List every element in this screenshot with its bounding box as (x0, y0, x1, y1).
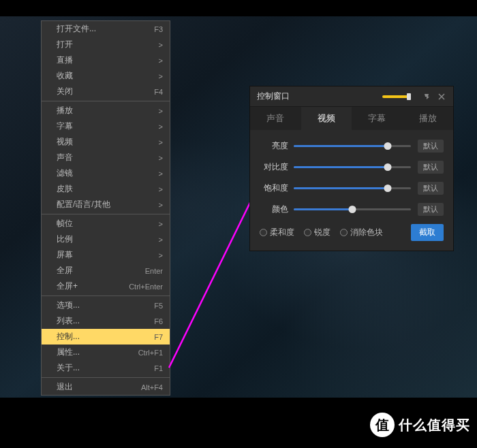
slider-track[interactable] (294, 187, 411, 189)
slider-row: 对比度默认 (260, 161, 444, 174)
menu-item[interactable]: 字幕> (42, 118, 170, 134)
control-window-titlebar[interactable]: 控制窗口 (250, 86, 453, 107)
submenu-indicator-icon: > (159, 201, 163, 209)
slider-row: 亮度默认 (260, 140, 444, 153)
control-body: 亮度默认对比度默认饱和度默认颜色默认 柔和度锐度消除色块截取 (250, 130, 453, 251)
menu-item-label: 退出 (57, 381, 141, 393)
reset-button[interactable]: 默认 (418, 140, 444, 153)
menu-item-shortcut: F4 (154, 88, 163, 96)
menu-item-label: 视频 (57, 136, 159, 148)
slider-thumb[interactable] (384, 163, 391, 171)
slider-row: 饱和度默认 (260, 182, 444, 195)
menu-item-label: 播放 (57, 105, 159, 116)
menu-item[interactable]: 配置/语言/其他> (42, 197, 170, 212)
submenu-indicator-icon: > (159, 220, 163, 228)
menu-item-label: 皮肤 (57, 183, 159, 195)
slider-thumb[interactable] (384, 142, 391, 150)
menu-item-shortcut: F6 (154, 317, 163, 325)
pin-icon[interactable] (422, 92, 431, 101)
menu-item[interactable]: 关于...F1 (42, 360, 170, 376)
watermark: 值 什么值得买 (370, 413, 470, 437)
menu-item[interactable]: 全屏+Ctrl+Enter (42, 278, 170, 294)
menu-item[interactable]: 比例> (42, 231, 170, 247)
control-window-title: 控制窗口 (257, 91, 382, 102)
submenu-indicator-icon: > (159, 154, 163, 162)
reset-button[interactable]: 默认 (418, 161, 444, 174)
submenu-indicator-icon: > (159, 57, 163, 65)
menu-item[interactable]: 选项...F5 (42, 298, 170, 313)
tab-声音[interactable]: 声音 (250, 107, 301, 130)
menu-item-label: 打开文件... (57, 23, 154, 35)
close-icon[interactable] (437, 92, 446, 101)
menu-item-label: 关闭 (57, 86, 154, 97)
menu-item[interactable]: 播放> (42, 103, 170, 118)
slider-track[interactable] (294, 208, 411, 210)
menu-item[interactable]: 声音> (42, 150, 170, 165)
radio-item[interactable]: 消除色块 (340, 227, 383, 238)
menu-item[interactable]: 全屏Enter (42, 263, 170, 278)
menu-item[interactable]: 关闭F4 (42, 84, 170, 99)
slider-label: 饱和度 (260, 182, 288, 194)
menu-item-label: 声音 (57, 152, 159, 163)
menu-item-shortcut: F3 (154, 25, 163, 33)
menu-item-shortcut: Alt+F4 (141, 383, 163, 391)
submenu-indicator-icon: > (159, 251, 163, 259)
menu-item[interactable]: 视频> (42, 134, 170, 150)
menu-item[interactable]: 列表...F6 (42, 313, 170, 329)
watermark-badge: 值 (370, 413, 395, 437)
slider-row: 颜色默认 (260, 203, 444, 216)
menu-item[interactable]: 滤镜> (42, 165, 170, 181)
slider-label: 对比度 (260, 161, 288, 173)
menu-separator (42, 377, 170, 378)
menu-item[interactable]: 屏幕> (42, 247, 170, 263)
reset-button[interactable]: 默认 (418, 203, 444, 216)
radio-item[interactable]: 锐度 (304, 227, 330, 238)
submenu-indicator-icon: > (159, 185, 163, 193)
menu-item[interactable]: 打开文件...F3 (42, 21, 170, 37)
radio-item[interactable]: 柔和度 (260, 227, 294, 238)
menu-item[interactable]: 属性...Ctrl+F1 (42, 345, 170, 360)
opacity-slider[interactable] (382, 95, 410, 98)
menu-item[interactable]: 直播> (42, 52, 170, 68)
menu-separator (42, 101, 170, 101)
menu-item-shortcut: Ctrl+Enter (129, 283, 163, 291)
tab-播放[interactable]: 播放 (403, 107, 454, 130)
menu-item[interactable]: 打开> (42, 37, 170, 52)
menu-item-label: 打开 (57, 39, 159, 50)
submenu-indicator-icon: > (159, 123, 163, 131)
radio-label: 锐度 (314, 227, 330, 238)
submenu-indicator-icon: > (159, 138, 163, 146)
slider-thumb[interactable] (384, 185, 391, 192)
submenu-indicator-icon: > (159, 72, 163, 80)
slider-thumb[interactable] (349, 206, 356, 213)
menu-item[interactable]: 控制...F7 (42, 329, 170, 345)
menu-item[interactable]: 皮肤> (42, 181, 170, 197)
menu-item-label: 选项... (57, 300, 154, 311)
menu-item-label: 配置/语言/其他 (57, 199, 159, 210)
radio-label: 柔和度 (270, 227, 294, 238)
menu-item-label: 滤镜 (57, 167, 159, 179)
menu-item-label: 屏幕 (57, 249, 159, 261)
menu-item[interactable]: 帧位> (42, 216, 170, 231)
tab-视频[interactable]: 视频 (301, 107, 352, 130)
radio-dot-icon (260, 229, 267, 236)
capture-button[interactable]: 截取 (411, 224, 444, 241)
menu-item-shortcut: Enter (145, 267, 163, 275)
slider-track[interactable] (294, 166, 411, 168)
menu-item-label: 全屏+ (57, 281, 129, 292)
submenu-indicator-icon: > (159, 236, 163, 244)
menu-item-shortcut: F7 (154, 333, 163, 341)
menu-item-shortcut: F1 (154, 364, 163, 372)
menu-item-label: 收藏 (57, 70, 159, 82)
submenu-indicator-icon: > (159, 41, 163, 49)
menu-item-label: 控制... (57, 331, 154, 342)
radio-row: 柔和度锐度消除色块截取 (260, 224, 444, 241)
slider-track[interactable] (294, 145, 411, 147)
menu-item-shortcut: Ctrl+F1 (138, 349, 163, 357)
slider-label: 颜色 (260, 204, 288, 215)
tab-字幕[interactable]: 字幕 (352, 107, 403, 130)
menu-item-label: 帧位 (57, 218, 159, 229)
menu-item[interactable]: 退出Alt+F4 (42, 379, 170, 395)
menu-item[interactable]: 收藏> (42, 68, 170, 84)
reset-button[interactable]: 默认 (418, 182, 444, 195)
